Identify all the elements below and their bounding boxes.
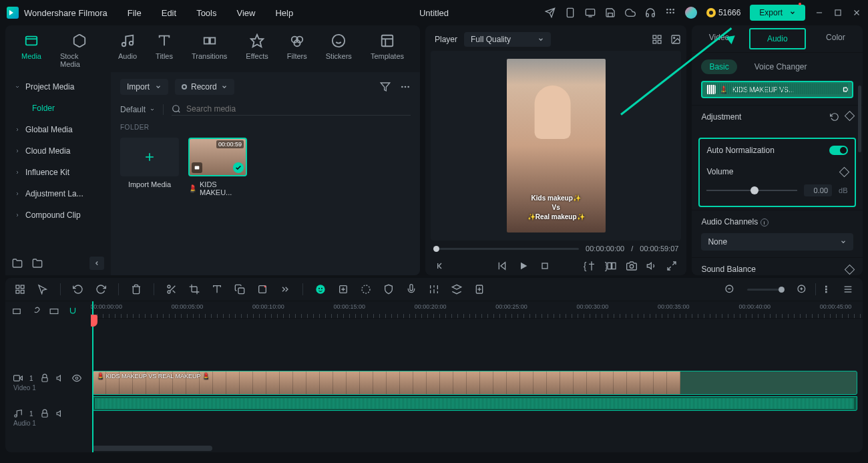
video-clip[interactable]: 💄 KIDS MAKEUP VS REAL MAKEUP 💄	[92, 371, 857, 395]
sidebar-folder[interactable]: Folder	[5, 98, 111, 119]
keyframe-icon[interactable]	[839, 166, 850, 177]
more-icon[interactable]	[400, 82, 411, 92]
preview-video[interactable]: Kids makeup✨ Vs ✨Real makeup✨	[431, 51, 681, 241]
list-view-icon[interactable]	[824, 284, 835, 295]
shield-icon[interactable]	[383, 284, 394, 295]
layers-icon[interactable]	[451, 284, 462, 295]
step-back-icon[interactable]	[497, 261, 507, 271]
grid-icon[interactable]	[652, 34, 662, 45]
tab-audio[interactable]: Audio	[118, 33, 137, 68]
sidebar-influence-kit[interactable]: Influence Kit	[5, 162, 111, 183]
sidebar-project-media[interactable]: Project Media	[5, 76, 111, 98]
zoom-out-icon[interactable]	[724, 284, 735, 295]
settings-icon[interactable]	[843, 284, 853, 295]
cloud-icon[interactable]	[625, 7, 636, 18]
sort-default[interactable]: Default	[120, 105, 155, 114]
record-dropdown[interactable]: Record	[175, 79, 234, 95]
eye-icon[interactable]	[72, 373, 81, 383]
filter-icon[interactable]	[380, 82, 391, 92]
export-button[interactable]: Export	[750, 5, 805, 21]
menu-tools[interactable]: Tools	[196, 8, 216, 18]
menu-file[interactable]: File	[128, 8, 142, 18]
apps-icon[interactable]	[665, 7, 676, 18]
mute-icon[interactable]	[56, 409, 65, 418]
snapshot-icon[interactable]	[626, 261, 637, 271]
split-icon[interactable]	[166, 284, 177, 295]
tab-titles[interactable]: Titles	[156, 33, 173, 68]
volume-icon[interactable]	[646, 261, 657, 271]
device-icon[interactable]	[565, 7, 576, 18]
mute-icon[interactable]	[56, 373, 65, 383]
stop-icon[interactable]	[539, 261, 550, 271]
cursor-icon[interactable]	[37, 284, 48, 295]
close-icon[interactable]	[852, 8, 861, 17]
sliders-icon[interactable]	[429, 284, 439, 295]
redo-icon[interactable]	[95, 284, 106, 295]
lock-icon[interactable]	[40, 373, 49, 383]
import-dropdown[interactable]: Import	[120, 79, 168, 95]
ai-icon[interactable]	[315, 284, 326, 295]
video-track-header[interactable]: 1 Video 1	[9, 371, 87, 394]
track-opt1-icon[interactable]	[12, 307, 21, 316]
prop-tab-color[interactable]: Color	[809, 25, 863, 52]
credits[interactable]: 51666	[706, 8, 740, 17]
tab-effects[interactable]: Effects	[246, 33, 268, 68]
zoom-slider[interactable]	[747, 289, 785, 291]
collapse-sidebar[interactable]	[89, 257, 104, 270]
subtab-voice-changer[interactable]: Voice Changer	[746, 59, 815, 74]
search-input[interactable]	[186, 104, 411, 114]
track-magnet-icon[interactable]	[68, 307, 77, 316]
playhead[interactable]	[92, 301, 93, 452]
maximize-icon[interactable]	[833, 8, 843, 17]
marker-add-icon[interactable]	[474, 284, 485, 295]
dashed-circle-icon[interactable]	[361, 284, 371, 295]
audio-clip[interactable]	[92, 396, 857, 411]
info-icon[interactable]: i	[761, 218, 769, 226]
grid-options-icon[interactable]	[15, 284, 25, 295]
import-media-tile[interactable]: Import Media	[120, 138, 179, 196]
ai-tools-icon[interactable]	[338, 284, 349, 295]
more-tools-icon[interactable]	[280, 284, 290, 295]
group-icon[interactable]	[257, 284, 268, 295]
time-ruler[interactable]: 00:00:00:00 00:00:05:00 00:00:10:00 00:0…	[91, 301, 863, 319]
volume-slider[interactable]	[706, 190, 797, 191]
quality-dropdown[interactable]: Full Quality	[464, 32, 551, 47]
h-scrollbar[interactable]	[92, 446, 212, 451]
compare-icon[interactable]	[606, 261, 617, 271]
timeline-tracks[interactable]: 00:00:00:00 00:00:05:00 00:00:10:00 00:0…	[91, 301, 863, 452]
tab-filters[interactable]: Filters	[287, 33, 307, 68]
folder-icon[interactable]	[32, 258, 43, 269]
subtab-basic[interactable]: Basic	[701, 59, 736, 74]
folder-add-icon[interactable]	[12, 258, 23, 269]
save-icon[interactable]	[605, 7, 616, 18]
menu-help[interactable]: Help	[275, 8, 293, 18]
delete-icon[interactable]	[131, 284, 142, 295]
auto-normalization-toggle[interactable]	[829, 146, 848, 155]
title-icon[interactable]	[212, 284, 222, 295]
minimize-icon[interactable]	[815, 8, 824, 17]
zoom-in-icon[interactable]	[797, 284, 807, 295]
undo-icon[interactable]	[73, 284, 83, 295]
send-icon[interactable]	[545, 7, 556, 18]
menu-view[interactable]: View	[236, 8, 255, 18]
sidebar-global-media[interactable]: Global Media	[5, 119, 111, 140]
headphones-icon[interactable]	[645, 7, 656, 18]
sidebar-adjustment-layer[interactable]: Adjustment La...	[5, 183, 111, 204]
volume-value[interactable]: 0.00	[804, 184, 832, 196]
monitor-icon[interactable]	[585, 7, 596, 18]
crop-icon[interactable]	[189, 284, 200, 295]
audio-track-header[interactable]: 1 Audio 1	[9, 406, 87, 430]
scrollbar[interactable]	[858, 86, 861, 152]
track-opt2-icon[interactable]	[31, 307, 40, 316]
menu-edit[interactable]: Edit	[162, 8, 176, 18]
play-icon[interactable]	[518, 261, 529, 271]
tab-stock[interactable]: Stock Media	[60, 33, 99, 68]
prop-tab-audio[interactable]: Audio	[749, 28, 806, 49]
prop-tab-video[interactable]: Video	[692, 25, 746, 52]
mic-icon[interactable]	[406, 284, 417, 295]
keyframe-icon[interactable]	[845, 264, 855, 275]
tab-media[interactable]: Media	[21, 33, 41, 68]
marker-icon[interactable]	[586, 261, 597, 271]
prev-frame-icon[interactable]	[435, 261, 445, 271]
lock-icon[interactable]	[40, 409, 49, 418]
